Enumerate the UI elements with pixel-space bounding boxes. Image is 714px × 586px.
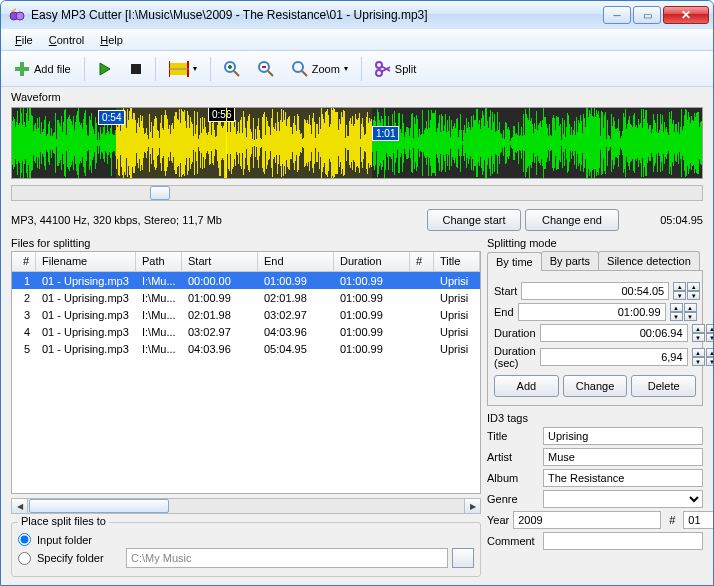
table-row[interactable]: 201 - Uprising.mp3I:\Mu...01:00.9902:01.… [12, 289, 480, 306]
col-track[interactable]: # [410, 252, 434, 271]
selection-button[interactable]: ▾ [162, 55, 204, 83]
radio-specify-folder[interactable] [18, 552, 31, 565]
dursec-dn1[interactable]: ▼ [692, 357, 705, 366]
play-icon [98, 62, 112, 76]
svg-line-9 [234, 71, 239, 76]
id3-title-input[interactable] [543, 427, 703, 445]
dursec-dn2[interactable]: ▼ [706, 357, 713, 366]
close-button[interactable]: ✕ [663, 6, 709, 24]
id3-label: ID3 tags [487, 412, 703, 424]
start-up2[interactable]: ▲ [687, 282, 700, 291]
col-duration[interactable]: Duration [334, 252, 410, 271]
dur-up2[interactable]: ▲ [706, 324, 713, 333]
tab-silence[interactable]: Silence detection [598, 251, 700, 270]
id3-genre-select[interactable] [543, 490, 703, 508]
marker-start-tag[interactable]: 0:54 [98, 110, 125, 125]
files-label: Files for splitting [11, 237, 481, 249]
start-input[interactable] [521, 282, 669, 300]
table-row[interactable]: 501 - Uprising.mp3I:\Mu...04:03.9605:04.… [12, 340, 480, 357]
radio-input-folder[interactable] [18, 533, 31, 546]
table-row[interactable]: 301 - Uprising.mp3I:\Mu...02:01.9803:02.… [12, 306, 480, 323]
menu-help[interactable]: Help [94, 32, 129, 48]
end-up1[interactable]: ▲ [670, 303, 683, 312]
browse-folder-button[interactable] [452, 548, 474, 568]
start-dn1[interactable]: ▼ [673, 291, 686, 300]
id3-artist-input[interactable] [543, 448, 703, 466]
dur-input[interactable] [540, 324, 688, 342]
maximize-button[interactable]: ▭ [633, 6, 661, 24]
marker-playhead-tag: 0:56 [208, 107, 235, 122]
dursec-up2[interactable]: ▲ [706, 348, 713, 357]
id3-album-input[interactable] [543, 469, 703, 487]
stop-button[interactable] [123, 55, 149, 83]
menu-control[interactable]: Control [43, 32, 90, 48]
dur-dn2[interactable]: ▼ [706, 333, 713, 342]
menubar: File Control Help [1, 29, 713, 51]
dursec-up1[interactable]: ▲ [692, 348, 705, 357]
delete-segment-button[interactable]: Delete [631, 375, 696, 397]
id3-comment-input[interactable] [543, 532, 703, 550]
svg-point-15 [293, 62, 303, 72]
splitmode-label: Splitting mode [487, 237, 703, 249]
change-segment-button[interactable]: Change [563, 375, 628, 397]
svg-point-1 [16, 12, 24, 20]
scroll-right-arrow[interactable]: ▶ [464, 499, 480, 513]
split-button[interactable]: Split [368, 55, 423, 83]
toolbar: Add file ▾ Zoom▾ Split [1, 51, 713, 87]
tab-by-parts[interactable]: By parts [541, 251, 599, 270]
col-start[interactable]: Start [182, 252, 258, 271]
end-input[interactable] [518, 303, 666, 321]
id3-year-input[interactable] [513, 511, 661, 529]
dest-group: Place split files to Input folder Specif… [11, 522, 481, 577]
window-title: Easy MP3 Cutter [I:\Music\Muse\2009 - Th… [29, 8, 603, 22]
zoom-in-icon [224, 61, 240, 77]
table-row[interactable]: 401 - Uprising.mp3I:\Mu...03:02.9704:03.… [12, 323, 480, 340]
col-idx[interactable]: # [12, 252, 36, 271]
zoom-icon [292, 61, 308, 77]
add-icon [14, 61, 30, 77]
dur-dn1[interactable]: ▼ [692, 333, 705, 342]
change-start-button[interactable]: Change start [427, 209, 521, 231]
selection-icon [169, 61, 189, 77]
zoom-out-button[interactable] [251, 55, 281, 83]
waveform-display[interactable]: 0:54 0:56 1:01 [11, 107, 703, 179]
col-end[interactable]: End [258, 252, 334, 271]
minimize-button[interactable]: ─ [603, 6, 631, 24]
zoom-in-button[interactable] [217, 55, 247, 83]
waveform-scrollbar[interactable] [11, 185, 703, 201]
play-button[interactable] [91, 55, 119, 83]
end-dn2[interactable]: ▼ [684, 312, 697, 321]
col-filename[interactable]: Filename [36, 252, 136, 271]
total-duration: 05:04.95 [623, 214, 703, 226]
svg-line-16 [302, 71, 307, 76]
table-row[interactable]: 101 - Uprising.mp3I:\Mu...00:00.0001:00.… [12, 272, 480, 289]
table-scrollbar[interactable]: ◀ ▶ [11, 498, 481, 514]
zoom-out-icon [258, 61, 274, 77]
titlebar: Easy MP3 Cutter [I:\Music\Muse\2009 - Th… [1, 1, 713, 29]
start-up1[interactable]: ▲ [673, 282, 686, 291]
folder-path-input[interactable] [126, 548, 448, 568]
dursec-input[interactable] [540, 348, 688, 366]
menu-file[interactable]: File [9, 32, 39, 48]
svg-line-13 [268, 71, 273, 76]
add-file-button[interactable]: Add file [7, 55, 78, 83]
add-segment-button[interactable]: Add [494, 375, 559, 397]
file-info-text: MP3, 44100 Hz, 320 kbps, Stereo; 11,7 Mb [11, 214, 423, 226]
files-table: # Filename Path Start End Duration # Tit… [11, 251, 481, 494]
end-up2[interactable]: ▲ [684, 303, 697, 312]
svg-rect-3 [15, 67, 29, 71]
waveform-label: Waveform [11, 91, 703, 103]
split-icon [375, 61, 391, 77]
scroll-left-arrow[interactable]: ◀ [12, 499, 28, 513]
col-path[interactable]: Path [136, 252, 182, 271]
id3-track-input[interactable] [683, 511, 713, 529]
end-dn1[interactable]: ▼ [670, 312, 683, 321]
change-end-button[interactable]: Change end [525, 209, 619, 231]
marker-end-tag[interactable]: 1:01 [372, 126, 399, 141]
tab-by-time[interactable]: By time [487, 252, 542, 271]
start-dn2[interactable]: ▼ [687, 291, 700, 300]
zoom-button[interactable]: Zoom▾ [285, 55, 355, 83]
col-title[interactable]: Title [434, 252, 480, 271]
dur-up1[interactable]: ▲ [692, 324, 705, 333]
stop-icon [130, 63, 142, 75]
